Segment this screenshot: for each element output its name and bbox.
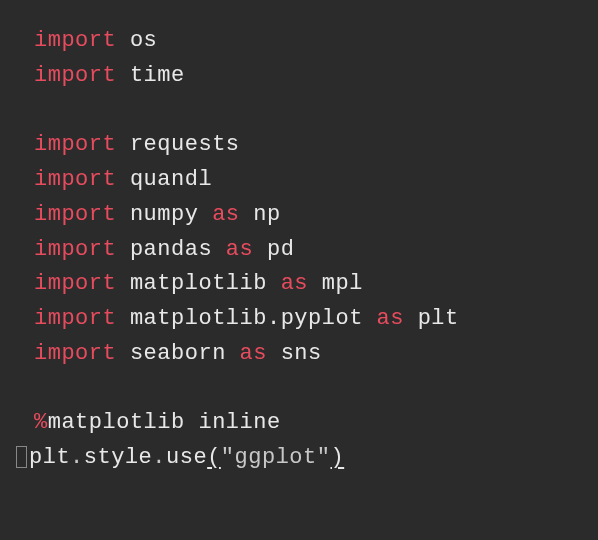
code-line: import seaborn as sns: [34, 337, 586, 372]
keyword-import: import: [34, 132, 116, 157]
code-line: import requests: [34, 128, 586, 163]
code-editor[interactable]: import os import time import requests im…: [34, 24, 586, 476]
keyword-import: import: [34, 202, 116, 227]
module-numpy: numpy: [130, 202, 199, 227]
ident-use: use: [166, 445, 207, 470]
keyword-import: import: [34, 271, 116, 296]
blank-line: [34, 94, 586, 129]
code-line-statement: plt.style.use("ggplot"): [34, 441, 586, 476]
dot-operator: .: [70, 445, 84, 470]
keyword-as: as: [226, 237, 253, 262]
ident-style: style: [84, 445, 153, 470]
module-matplotlib-pyplot: matplotlib.pyplot: [130, 306, 363, 331]
code-line: import pandas as pd: [34, 233, 586, 268]
alias-sns: sns: [281, 341, 322, 366]
module-matplotlib: matplotlib: [130, 271, 267, 296]
dot-operator: .: [152, 445, 166, 470]
keyword-import: import: [34, 237, 116, 262]
open-paren: (: [207, 445, 221, 470]
keyword-as: as: [281, 271, 308, 296]
keyword-as: as: [377, 306, 404, 331]
keyword-as: as: [212, 202, 239, 227]
blank-line: [34, 372, 586, 407]
alias-plt: plt: [418, 306, 459, 331]
magic-text: matplotlib inline: [48, 410, 281, 435]
code-line: import matplotlib.pyplot as plt: [34, 302, 586, 337]
alias-pd: pd: [267, 237, 294, 262]
keyword-import: import: [34, 306, 116, 331]
module-pandas: pandas: [130, 237, 212, 262]
ident-plt: plt: [29, 445, 70, 470]
code-line: import quandl: [34, 163, 586, 198]
code-line: import numpy as np: [34, 198, 586, 233]
keyword-import: import: [34, 167, 116, 192]
keyword-import: import: [34, 341, 116, 366]
code-line: import os: [34, 24, 586, 59]
module-os: os: [130, 28, 157, 53]
close-paren: ): [330, 445, 344, 470]
alias-mpl: mpl: [322, 271, 363, 296]
keyword-import: import: [34, 63, 116, 88]
magic-percent: %: [34, 410, 48, 435]
keyword-as: as: [240, 341, 267, 366]
cursor-indicator: [16, 446, 27, 468]
code-line-magic: %matplotlib inline: [34, 406, 586, 441]
keyword-import: import: [34, 28, 116, 53]
code-line: import matplotlib as mpl: [34, 267, 586, 302]
alias-np: np: [253, 202, 280, 227]
string-literal: "ggplot": [221, 445, 331, 470]
module-quandl: quandl: [130, 167, 212, 192]
module-time: time: [130, 63, 185, 88]
module-seaborn: seaborn: [130, 341, 226, 366]
code-line: import time: [34, 59, 586, 94]
module-requests: requests: [130, 132, 240, 157]
